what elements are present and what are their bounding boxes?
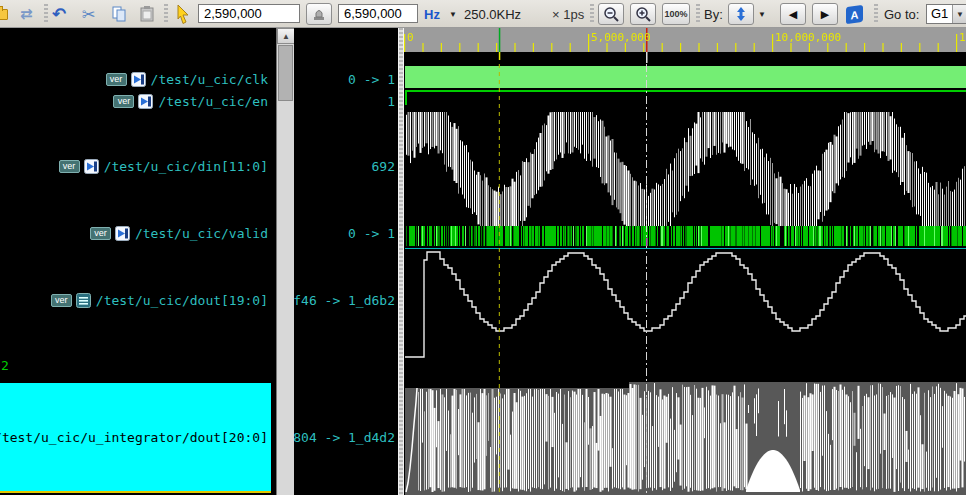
zoom-out-button[interactable] <box>598 3 624 25</box>
search-by-dropdown-icon[interactable]: ▼ <box>758 3 766 25</box>
signal-value: 0 -> 1 <box>348 72 395 87</box>
signal-row[interactable]: ver/test/u_cic/en <box>0 92 268 110</box>
input-port-icon <box>131 72 146 87</box>
updown-arrows-icon <box>734 6 748 22</box>
toolbar-separator <box>44 4 48 24</box>
signal-values-panel: 0 -> 116920 -> 1f46 -> 1_d6b2804 -> 1_d4… <box>294 28 398 495</box>
signal-names-panel: 2 ver/test/u_cic/clkver/test/u_cic/enver… <box>0 28 276 495</box>
open-folder-icon[interactable] <box>0 3 8 25</box>
signal-name: /test/u_cic/dout[19:0] <box>96 293 268 308</box>
frequency-unit-dropdown[interactable]: Hz ▼ <box>424 3 457 25</box>
frequency-value: 250.0KHz <box>464 3 521 25</box>
cut-icon[interactable]: ✂ <box>82 3 95 25</box>
signal-name: /test/u_cic/din[11:0] <box>104 159 268 174</box>
time-ruler: 05,000,00010,000,00015 <box>404 28 966 52</box>
goto-select[interactable]: G1 ▼ <box>926 3 966 25</box>
pointer-icon[interactable] <box>174 3 192 25</box>
signal-name: /test/u_cic/clk <box>151 72 268 87</box>
stamp-icon <box>311 6 327 22</box>
ver-badge: ver <box>59 160 80 173</box>
paste-icon[interactable] <box>138 3 156 25</box>
signal-value-row[interactable]: 1 <box>294 92 398 110</box>
signal-name: /test/u_cic/en <box>158 94 268 109</box>
signal-value: 0 -> 1 <box>348 226 395 241</box>
signal-name: /test/u_cic/valid <box>135 226 268 241</box>
input-port-icon <box>84 159 99 174</box>
signal-value-row[interactable]: 804 -> 1_d4d2 <box>294 428 398 446</box>
cursor1-time-input[interactable] <box>198 4 300 23</box>
undo-icon[interactable]: ↶ <box>52 3 66 25</box>
ruler-tick-label: 0 <box>407 31 414 44</box>
toolbar-separator <box>590 4 594 24</box>
scroll-up-button[interactable]: ▲ <box>277 28 295 44</box>
signal-row[interactable]: ver/test/u_cic/clk <box>0 70 268 88</box>
names-scrollbar[interactable]: ▲ <box>276 28 294 495</box>
prev-edge-button[interactable]: ◀ <box>780 3 806 25</box>
zoom-in-button[interactable] <box>630 3 656 25</box>
signal-row[interactable]: ver/test/u_cic/din[11:0] <box>0 157 268 175</box>
search-by-button[interactable] <box>728 3 754 25</box>
selected-row-underline <box>0 491 271 493</box>
scrollbar-thumb[interactable] <box>278 45 293 101</box>
zoom-full-label: 100% <box>664 9 687 19</box>
signal-value: 804 -> 1_d4d2 <box>294 430 395 445</box>
ver-badge: ver <box>106 73 127 86</box>
magnifier-minus-icon <box>603 6 620 23</box>
signal-name: /test/u_cic/u_integrator/dout[20:0] <box>0 430 268 445</box>
signal-row[interactable]: ver/test/u_cic/u_integrator/dout[20:0] <box>0 428 268 446</box>
ruler-tick-label: 15 <box>959 31 966 44</box>
signal-value: 692 <box>372 159 395 174</box>
input-port-icon <box>115 226 130 241</box>
left-triangle-icon: ◀ <box>789 8 797 21</box>
chevron-down-icon: ▼ <box>449 10 457 19</box>
by-label: By: <box>704 3 723 25</box>
copy-icon[interactable] <box>110 3 128 25</box>
ver-badge: ver <box>113 95 134 108</box>
analog-scale-label: 2 <box>1 358 9 373</box>
signal-value: f46 -> 1_d6b2 <box>294 293 395 308</box>
timescale-label: × 1ps <box>552 3 584 25</box>
cursor2-time-input[interactable] <box>338 4 418 23</box>
signal-value-row[interactable]: 0 -> 1 <box>294 70 398 88</box>
goto-label: Go to: <box>884 3 919 25</box>
zoom-full-button[interactable]: 100% <box>662 3 690 25</box>
signal-value: 1 <box>387 94 395 109</box>
toolbar-separator <box>164 4 168 24</box>
chevron-down-icon[interactable]: ▼ <box>952 5 966 23</box>
input-port-icon <box>138 94 153 109</box>
waveform-panel: 05,000,00010,000,00015 <box>404 28 966 495</box>
add-cursor-button[interactable] <box>306 3 332 25</box>
toolbar-separator <box>696 4 700 24</box>
goto-value: G1 <box>927 5 952 23</box>
signal-row[interactable]: ver/test/u_cic/valid <box>0 224 268 242</box>
signal-value-row[interactable]: f46 -> 1_d6b2 <box>294 291 398 309</box>
next-edge-button[interactable]: ▶ <box>812 3 838 25</box>
signal-value-row[interactable]: 692 <box>294 157 398 175</box>
signal-row[interactable]: ver/test/u_cic/dout[19:0] <box>0 291 268 309</box>
magnifier-plus-icon <box>635 6 652 23</box>
waveform-canvas[interactable] <box>404 28 966 495</box>
signal-value-row[interactable]: 0 -> 1 <box>294 224 398 242</box>
right-triangle-icon: ▶ <box>821 8 829 21</box>
bookmark-a-icon[interactable]: A <box>846 3 863 25</box>
ver-badge: ver <box>51 294 72 307</box>
ruler-tick-label: 5,000,000 <box>591 31 651 44</box>
toolbar-separator <box>874 4 878 24</box>
hz-label: Hz <box>424 7 440 22</box>
swap-icon[interactable]: ⇄ <box>20 3 33 25</box>
ruler-tick-label: 10,000,000 <box>775 31 841 44</box>
net-bus-icon <box>76 293 91 308</box>
ver-badge: ver <box>90 227 111 240</box>
toolbar: ⇄ ↶ ✂ Hz ▼ 250.0KHz × 1ps 100% By: ▼ <box>0 0 966 28</box>
